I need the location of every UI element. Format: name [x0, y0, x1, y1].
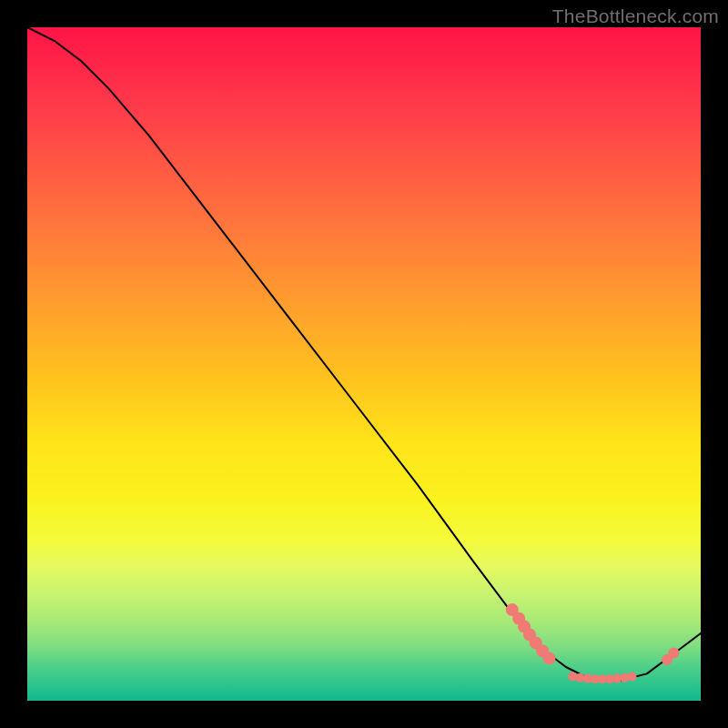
bottleneck-curve	[27, 27, 701, 681]
points-layer	[506, 603, 680, 683]
data-point	[668, 648, 679, 659]
data-point	[543, 652, 556, 664]
chart-svg	[27, 27, 701, 701]
data-point	[628, 672, 637, 681]
curve-layer	[27, 27, 701, 681]
watermark-text: TheBottleneck.com	[552, 5, 719, 27]
plot-area	[27, 27, 701, 701]
chart-frame: TheBottleneck.com	[0, 0, 728, 728]
